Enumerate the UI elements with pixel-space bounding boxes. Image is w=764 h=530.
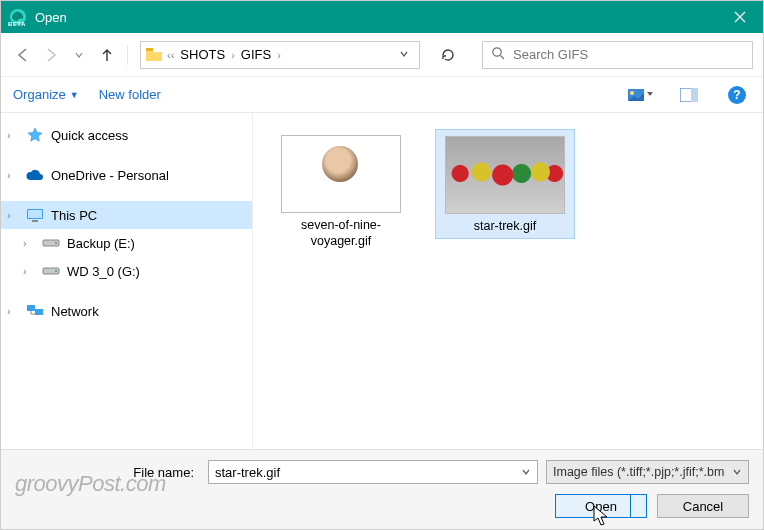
tree-item-backup-drive[interactable]: › Backup (E:) [1,229,252,257]
preview-pane-button[interactable] [675,81,703,109]
svg-point-2 [493,48,501,56]
forward-button[interactable] [39,43,63,67]
view-mode-button[interactable] [627,81,655,109]
chevron-right-icon[interactable]: › [7,209,23,221]
network-icon [25,301,45,321]
separator [127,45,128,65]
chevron-right-icon[interactable]: › [23,237,39,249]
tree-item-wd-drive[interactable]: › WD 3_0 (G:) [1,257,252,285]
sidebar: › Quick access › OneDrive - Personal › T… [1,113,253,449]
tree-label: This PC [51,208,97,223]
tree-label: WD 3_0 (G:) [67,264,140,279]
file-type-filter[interactable]: Image files (*.tiff;*.pjp;*.jfif;*.bm [546,460,749,484]
organize-menu[interactable]: Organize ▼ [13,87,79,102]
cursor-icon [593,505,611,527]
chevron-right-icon[interactable]: › [7,129,23,141]
close-button[interactable] [717,1,763,33]
tree-item-onedrive[interactable]: › OneDrive - Personal [1,161,252,189]
tree-label: OneDrive - Personal [51,168,169,183]
thumbnail-icon [281,135,401,213]
back-button[interactable] [11,43,35,67]
breadcrumb-dropdown[interactable] [393,49,415,61]
file-item[interactable]: seven-of-nine-voyager.gif [271,129,411,250]
tree-label: Backup (E:) [67,236,135,251]
tree-label: Network [51,304,99,319]
drive-icon [41,261,61,281]
filename-input[interactable]: star-trek.gif [208,460,538,484]
file-name: star-trek.gif [474,218,537,234]
search-input[interactable]: Search GIFS [482,41,753,69]
thumbnail-icon [445,136,565,214]
window-title: Open [35,10,67,25]
breadcrumb-bar[interactable]: ‹‹ SHOTS › GIFS › [140,41,420,69]
drive-icon [41,233,61,253]
recent-dropdown[interactable] [67,43,91,67]
chevron-down-icon: ▼ [70,90,79,100]
tree-item-this-pc[interactable]: › This PC [1,201,252,229]
breadcrumb-item-shots[interactable]: SHOTS [178,47,227,62]
pc-icon [25,205,45,225]
chevron-down-icon[interactable] [521,467,531,477]
help-button[interactable]: ? [723,81,751,109]
chevron-left-icon[interactable]: ‹‹ [167,49,174,61]
chevron-down-icon[interactable] [732,467,742,477]
svg-rect-1 [146,48,153,51]
svg-rect-14 [27,305,35,311]
breadcrumb-item-gifs[interactable]: GIFS [239,47,273,62]
cancel-button[interactable]: Cancel [657,494,749,518]
search-placeholder: Search GIFS [513,47,588,62]
file-list[interactable]: seven-of-nine-voyager.gif star-trek.gif [253,113,763,449]
svg-point-4 [630,91,634,95]
tree-label: Quick access [51,128,128,143]
svg-rect-8 [28,210,42,218]
help-icon: ? [728,86,746,104]
new-folder-button[interactable]: New folder [99,87,161,102]
tree-item-quick-access[interactable]: › Quick access [1,121,252,149]
filename-label: File name: [15,465,200,480]
chevron-right-icon[interactable]: › [23,265,39,277]
search-icon [491,46,505,63]
file-item[interactable]: star-trek.gif [435,129,575,239]
svg-point-11 [55,242,57,244]
cloud-icon [25,165,45,185]
svg-point-13 [55,270,57,272]
up-button[interactable] [95,43,119,67]
chevron-right-icon[interactable]: › [7,305,23,317]
chevron-right-icon: › [231,49,235,61]
file-name: seven-of-nine-voyager.gif [276,217,406,250]
star-icon [25,125,45,145]
refresh-button[interactable] [430,41,466,69]
chevron-right-icon[interactable]: › [7,169,23,181]
svg-rect-9 [32,220,38,222]
chevron-right-icon: › [277,49,281,61]
tree-item-network[interactable]: › Network [1,297,252,325]
edge-beta-app-icon: BETA [9,8,27,26]
folder-icon [145,46,163,64]
svg-rect-6 [691,88,698,102]
